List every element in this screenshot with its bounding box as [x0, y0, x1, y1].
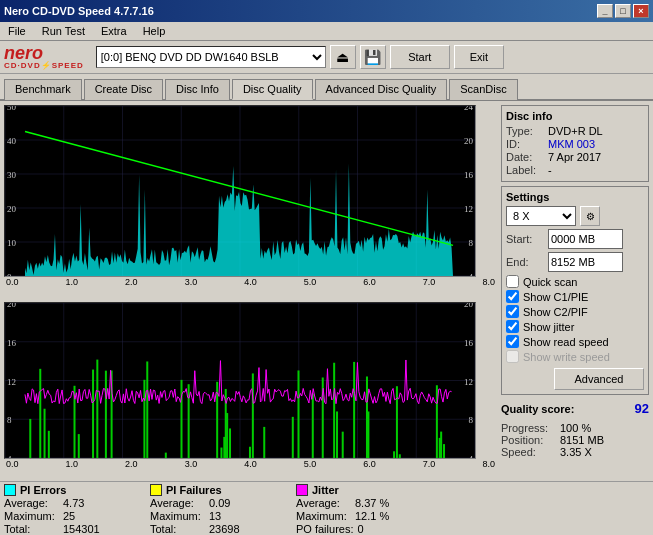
- show-jitter-checkbox[interactable]: [506, 320, 519, 333]
- end-input[interactable]: [548, 252, 623, 272]
- position-value: 8151 MB: [560, 434, 604, 446]
- title-bar-buttons: _ □ ×: [597, 4, 649, 18]
- progress-value: 100 %: [560, 422, 591, 434]
- tab-scan-disc[interactable]: ScanDisc: [449, 79, 517, 100]
- show-c2-pif-checkbox[interactable]: [506, 305, 519, 318]
- position-label: Position:: [501, 434, 556, 446]
- settings-icon-btn[interactable]: ⚙: [580, 206, 600, 226]
- disc-label-value: -: [548, 164, 552, 176]
- pi-errors-max-value: 25: [63, 510, 75, 522]
- nero-logo: nero CD·DVD⚡SPEED: [4, 44, 84, 70]
- top-chart-x-axis: 0.0 1.0 2.0 3.0 4.0 5.0 6.0 7.0 8.0: [4, 277, 497, 287]
- drive-select[interactable]: [0:0] BENQ DVD DD DW1640 BSLB: [96, 46, 326, 68]
- po-failures-value: 0: [357, 523, 363, 535]
- title-bar: Nero CD-DVD Speed 4.7.7.16 _ □ ×: [0, 0, 653, 22]
- show-c2-pif-label: Show C2/PIF: [523, 306, 588, 318]
- bottom-chart-x-axis: 0.0 1.0 2.0 3.0 4.0 5.0 6.0 7.0 8.0: [4, 459, 497, 469]
- progress-label: Progress:: [501, 422, 556, 434]
- jitter-group: Jitter Average: 8.37 % Maximum: 12.1 % P…: [296, 484, 426, 535]
- show-read-speed-checkbox[interactable]: [506, 335, 519, 348]
- disc-type-label: Type:: [506, 125, 544, 137]
- close-button[interactable]: ×: [633, 4, 649, 18]
- show-c1-pie-checkbox[interactable]: [506, 290, 519, 303]
- pi-failures-total-row: Total: 23698: [150, 523, 280, 535]
- disc-label-row: Label: -: [506, 164, 644, 176]
- quality-score-value: 92: [635, 401, 649, 416]
- speed-value: 3.35 X: [560, 446, 592, 458]
- pi-failures-total-value: 23698: [209, 523, 240, 535]
- start-button[interactable]: Start: [390, 45, 450, 69]
- show-c1-pie-row: Show C1/PIE: [506, 290, 644, 303]
- pi-failures-total-label: Total:: [150, 523, 205, 535]
- menu-extra[interactable]: Extra: [97, 24, 131, 38]
- tab-disc-info[interactable]: Disc Info: [165, 79, 230, 100]
- toolbar: nero CD·DVD⚡SPEED [0:0] BENQ DVD DD DW16…: [0, 41, 653, 74]
- menu-run-test[interactable]: Run Test: [38, 24, 89, 38]
- speed-row-prog: Speed: 3.35 X: [501, 446, 649, 458]
- jitter-avg-row: Average: 8.37 %: [296, 497, 426, 509]
- speed-select[interactable]: 8 X: [506, 206, 576, 226]
- speed-label: Speed:: [501, 446, 556, 458]
- pi-errors-avg-value: 4.73: [63, 497, 84, 509]
- disc-label-label: Label:: [506, 164, 544, 176]
- disc-type-row: Type: DVD+R DL: [506, 125, 644, 137]
- progress-section: Progress: 100 % Position: 8151 MB Speed:…: [501, 422, 649, 458]
- quick-scan-row: Quick scan: [506, 275, 644, 288]
- menu-bar: File Run Test Extra Help: [0, 22, 653, 41]
- pi-errors-label: PI Errors: [20, 484, 66, 496]
- pi-failures-avg-row: Average: 0.09: [150, 497, 280, 509]
- jitter-color: [296, 484, 308, 496]
- progress-row: Progress: 100 %: [501, 422, 649, 434]
- end-row: End:: [506, 252, 644, 272]
- minimize-button[interactable]: _: [597, 4, 613, 18]
- show-write-speed-checkbox[interactable]: [506, 350, 519, 363]
- pi-failures-group: PI Failures Average: 0.09 Maximum: 13 To…: [150, 484, 280, 535]
- pi-failures-color: [150, 484, 162, 496]
- pi-errors-header: PI Errors: [4, 484, 134, 496]
- pi-errors-total-row: Total: 154301: [4, 523, 134, 535]
- tab-disc-quality[interactable]: Disc Quality: [232, 79, 313, 100]
- show-write-speed-row: Show write speed: [506, 350, 644, 363]
- pi-errors-max-label: Maximum:: [4, 510, 59, 522]
- exit-button[interactable]: Exit: [454, 45, 504, 69]
- disc-date-label: Date:: [506, 151, 544, 163]
- tab-advanced-disc-quality[interactable]: Advanced Disc Quality: [315, 79, 448, 100]
- pi-failures-max-row: Maximum: 13: [150, 510, 280, 522]
- pi-failures-avg-label: Average:: [150, 497, 205, 509]
- pi-errors-color: [4, 484, 16, 496]
- eject-button[interactable]: ⏏: [330, 45, 356, 69]
- show-read-speed-row: Show read speed: [506, 335, 644, 348]
- show-c1-pie-label: Show C1/PIE: [523, 291, 588, 303]
- jitter-label: Jitter: [312, 484, 339, 496]
- po-failures-label: PO failures:: [296, 523, 353, 535]
- bottom-stats: PI Errors Average: 4.73 Maximum: 25 Tota…: [0, 481, 653, 535]
- position-row: Position: 8151 MB: [501, 434, 649, 446]
- maximize-button[interactable]: □: [615, 4, 631, 18]
- advanced-button[interactable]: Advanced: [554, 368, 644, 390]
- jitter-avg-value: 8.37 %: [355, 497, 389, 509]
- tab-create-disc[interactable]: Create Disc: [84, 79, 163, 100]
- disc-date-value: 7 Apr 2017: [548, 151, 601, 163]
- quality-score-row: Quality score: 92: [501, 399, 649, 418]
- disc-info-title: Disc info: [506, 110, 644, 122]
- pi-errors-total-label: Total:: [4, 523, 59, 535]
- show-c2-pif-row: Show C2/PIF: [506, 305, 644, 318]
- start-input[interactable]: [548, 229, 623, 249]
- right-panel: Disc info Type: DVD+R DL ID: MKM 003 Dat…: [501, 105, 649, 477]
- end-label: End:: [506, 256, 544, 268]
- disc-id-label: ID:: [506, 138, 544, 150]
- disc-date-row: Date: 7 Apr 2017: [506, 151, 644, 163]
- save-button[interactable]: 💾: [360, 45, 386, 69]
- tab-benchmark[interactable]: Benchmark: [4, 79, 82, 100]
- pi-failures-max-label: Maximum:: [150, 510, 205, 522]
- show-read-speed-label: Show read speed: [523, 336, 609, 348]
- tab-bar: Benchmark Create Disc Disc Info Disc Qua…: [0, 74, 653, 101]
- jitter-avg-label: Average:: [296, 497, 351, 509]
- start-label: Start:: [506, 233, 544, 245]
- nero-sub: CD·DVD⚡SPEED: [4, 62, 84, 70]
- pi-failures-max-value: 13: [209, 510, 221, 522]
- menu-file[interactable]: File: [4, 24, 30, 38]
- menu-help[interactable]: Help: [139, 24, 170, 38]
- quick-scan-checkbox[interactable]: [506, 275, 519, 288]
- chart-area: 0.0 1.0 2.0 3.0 4.0 5.0 6.0 7.0 8.0 0.0 …: [4, 105, 497, 477]
